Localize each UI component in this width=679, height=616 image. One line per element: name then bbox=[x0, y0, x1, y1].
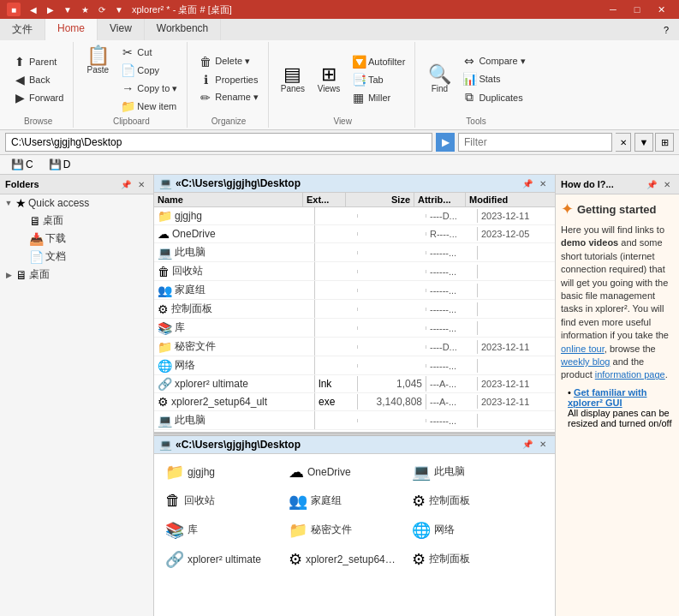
copyto-button[interactable]: → Copy to ▾ bbox=[116, 80, 182, 97]
list-item[interactable]: ⚙ xplorer2_setup64_ult bbox=[283, 547, 402, 572]
info-page-link[interactable]: information page bbox=[595, 369, 665, 380]
bottom-panel-pin-btn[interactable]: 📌 bbox=[521, 438, 534, 452]
sidebar-item-docs[interactable]: 📄 文档 bbox=[14, 248, 153, 266]
sidebar-item-downloads[interactable]: 📥 下载 bbox=[14, 230, 153, 248]
icon-item-label: 控制面板 bbox=[429, 493, 470, 508]
bottom-panel-close-btn[interactable]: ✕ bbox=[536, 438, 550, 452]
newitem-button[interactable]: 📁 New item bbox=[116, 98, 182, 115]
compare-button[interactable]: ⇔ Compare ▾ bbox=[458, 52, 529, 69]
table-row[interactable]: 🗑 回收站 ------... bbox=[154, 262, 555, 281]
views-button[interactable]: ⊞ Views bbox=[312, 63, 346, 96]
list-item[interactable]: 🌐 网络 bbox=[406, 517, 526, 543]
list-item[interactable]: ☁ OneDrive bbox=[283, 459, 402, 485]
weekly-blog-link[interactable]: weekly blog bbox=[561, 356, 610, 367]
list-item[interactable]: ⚙ 控制面板 bbox=[406, 547, 526, 572]
col-header-modified[interactable]: Modified bbox=[466, 193, 543, 206]
icon-item-label: 回收站 bbox=[184, 493, 215, 508]
panes-button[interactable]: ▤ Panes bbox=[276, 63, 310, 96]
stats-button[interactable]: 📊 Stats bbox=[458, 70, 529, 87]
list-item[interactable]: 🗑 回收站 bbox=[159, 488, 279, 514]
file-attr-cell: ------... bbox=[426, 359, 478, 373]
duplicates-button[interactable]: ⧉ Duplicates bbox=[458, 88, 529, 106]
help-pin-btn[interactable]: 📌 bbox=[645, 177, 658, 191]
drive-tab-c[interactable]: 💾 C bbox=[5, 157, 39, 172]
copy-button[interactable]: 📄 Copy bbox=[116, 62, 182, 79]
parent-icon: ⬆ bbox=[13, 55, 27, 69]
qat-more-btn[interactable]: ▼ bbox=[111, 2, 127, 17]
address-go-button[interactable]: ▶ bbox=[436, 133, 455, 152]
online-tour-link[interactable]: online tour bbox=[561, 344, 605, 354]
paste-button[interactable]: 📋 Paste bbox=[80, 44, 115, 77]
sidebar-close-btn[interactable]: ✕ bbox=[134, 177, 148, 191]
back-button[interactable]: ◀ Back bbox=[9, 71, 68, 88]
list-item[interactable]: ⚙ 控制面板 bbox=[406, 488, 526, 514]
list-item[interactable]: 🔗 xplorer² ultimate bbox=[159, 547, 279, 572]
close-btn[interactable]: ✕ bbox=[650, 2, 672, 17]
table-row[interactable]: ☁ OneDrive R----... 2023-12-05 bbox=[154, 225, 555, 243]
delete-button[interactable]: 🗑 Delete ▾ bbox=[194, 53, 263, 70]
tab-button[interactable]: 📑 Tab bbox=[348, 71, 409, 88]
table-row[interactable]: 👥 家庭组 ------... bbox=[154, 281, 555, 300]
filter-clear-button[interactable]: ✕ bbox=[616, 133, 631, 152]
file-icon: 🔗 bbox=[158, 377, 172, 391]
help-title: How do I?... bbox=[561, 179, 614, 189]
tab-workbench[interactable]: Workbench bbox=[145, 19, 221, 40]
file-icon: 💻 bbox=[158, 414, 172, 428]
file-name-text: 此电脑 bbox=[175, 245, 205, 260]
col-header-ext[interactable]: Ext... bbox=[303, 193, 346, 206]
cut-button[interactable]: ✂ Cut bbox=[116, 44, 182, 61]
drive-c-label: C bbox=[26, 158, 33, 170]
table-row[interactable]: 📁 秘密文件 ----D... 2023-12-11 bbox=[154, 338, 555, 356]
maximize-btn[interactable]: □ bbox=[626, 2, 648, 17]
forward-button[interactable]: ▶ Forward bbox=[9, 89, 68, 106]
qat-refresh-btn[interactable]: ⟳ bbox=[94, 2, 110, 17]
find-button[interactable]: 🔍 Find bbox=[422, 63, 456, 96]
drive-tab-d[interactable]: 💾 D bbox=[43, 157, 77, 172]
filter-options-btn[interactable]: ▼ bbox=[634, 133, 653, 152]
file-ext-cell bbox=[315, 214, 358, 218]
miller-button[interactable]: ▦ Miller bbox=[348, 89, 409, 106]
sidebar-pin-btn[interactable]: 📌 bbox=[119, 177, 133, 191]
list-item[interactable]: 📁 gjgjhg bbox=[159, 459, 279, 485]
filter-input[interactable] bbox=[458, 133, 612, 152]
table-row[interactable]: 📁 gjgjhg ----D... 2023-12-11 bbox=[154, 207, 555, 225]
parent-button[interactable]: ⬆ Parent bbox=[9, 53, 68, 70]
filter-grid-btn[interactable]: ⊞ bbox=[655, 133, 674, 152]
table-row[interactable]: ⚙ xplorer2_setup64_ult exe 3,140,808 ---… bbox=[154, 393, 555, 411]
qat-back-btn[interactable]: ◀ bbox=[26, 2, 41, 17]
table-row[interactable]: 💻 此电脑 ------... bbox=[154, 243, 555, 262]
autofilter-button[interactable]: 🔽 Autofilter bbox=[348, 53, 409, 70]
qat-forward-btn[interactable]: ▶ bbox=[43, 2, 58, 17]
tab-home[interactable]: Home bbox=[45, 19, 98, 40]
top-panel-close-btn[interactable]: ✕ bbox=[536, 176, 550, 190]
get-familiar-link[interactable]: Get familiar with xplorer² GUI bbox=[568, 387, 647, 408]
col-header-size[interactable]: Size bbox=[346, 193, 414, 206]
table-row[interactable]: 💻 此电脑 ------... bbox=[154, 411, 555, 430]
table-row[interactable]: 📚 库 ------... bbox=[154, 319, 555, 338]
sidebar-item-desktop1[interactable]: 🖥 桌面 bbox=[14, 212, 153, 230]
window-title: xplorer² * - 桌面 # [桌面] bbox=[132, 3, 232, 16]
tab-file[interactable]: 文件 bbox=[0, 19, 45, 40]
ribbon-help-btn[interactable]: ? bbox=[658, 22, 674, 38]
list-item[interactable]: 📚 库 bbox=[159, 517, 279, 543]
list-item[interactable]: 💻 此电脑 bbox=[406, 459, 526, 485]
address-input[interactable] bbox=[5, 133, 432, 152]
col-header-name[interactable]: Name bbox=[154, 193, 303, 206]
list-item[interactable]: 👥 家庭组 bbox=[283, 488, 402, 514]
qat-favorite-btn[interactable]: ★ bbox=[77, 2, 92, 17]
table-row[interactable]: 🌐 网络 ------... bbox=[154, 356, 555, 375]
table-row[interactable]: 🔗 xplorer² ultimate lnk 1,045 ---A-... 2… bbox=[154, 375, 555, 393]
views-icon: ⊞ bbox=[321, 65, 337, 84]
sidebar-item-desktop2[interactable]: ▶ 🖥 桌面 bbox=[0, 266, 153, 284]
properties-button[interactable]: ℹ Properties bbox=[194, 71, 263, 88]
qat-dropdown-btn[interactable]: ▼ bbox=[60, 2, 75, 17]
list-item[interactable]: 📁 秘密文件 bbox=[283, 517, 402, 543]
tab-view[interactable]: View bbox=[98, 19, 145, 40]
help-close-btn[interactable]: ✕ bbox=[660, 177, 674, 191]
col-header-attr[interactable]: Attrib... bbox=[414, 193, 466, 206]
rename-button[interactable]: ✏ Rename ▾ bbox=[194, 89, 263, 106]
top-panel-pin-btn[interactable]: 📌 bbox=[521, 176, 534, 190]
tree-quick-access[interactable]: ▼ ★ Quick access bbox=[0, 194, 153, 212]
table-row[interactable]: ⚙ 控制面板 ------... bbox=[154, 300, 555, 319]
minimize-btn[interactable]: ─ bbox=[602, 2, 624, 17]
